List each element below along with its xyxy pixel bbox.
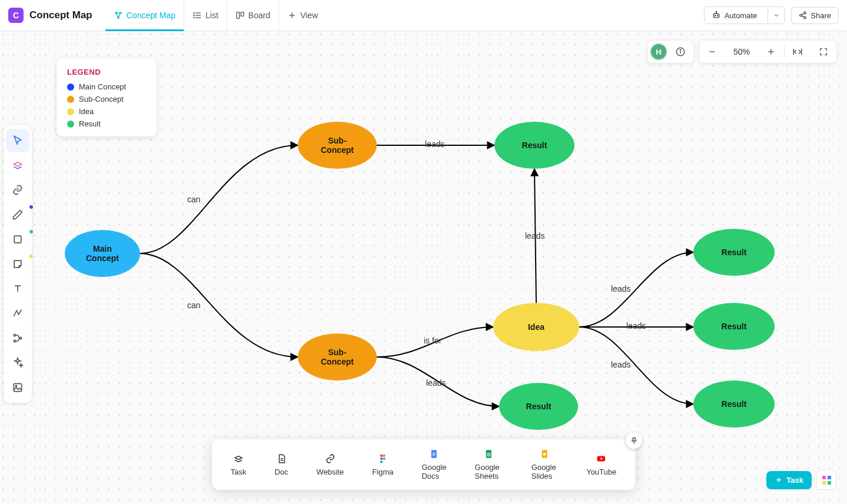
view-tabs: Concept Map List Board View [105, 0, 327, 31]
draw-tool[interactable] [6, 203, 29, 226]
gsheets-icon [484, 449, 494, 459]
svg-point-34 [14, 334, 15, 336]
zoom-in-button[interactable] [758, 41, 784, 63]
svg-point-1 [119, 12, 121, 14]
bottom-label: Google Slides [532, 463, 558, 480]
bottom-item-figma[interactable]: Figma [358, 450, 407, 480]
bottom-label: YouTube [586, 468, 616, 476]
node-result-1[interactable]: Result [494, 122, 574, 169]
automate-button[interactable]: Automate [704, 6, 786, 24]
svg-point-45 [383, 457, 386, 460]
connector-icon [12, 308, 24, 319]
link-icon [325, 453, 336, 464]
edge-label[interactable]: can [186, 301, 202, 310]
task-tool[interactable] [6, 153, 29, 177]
workspace-icon[interactable]: C [8, 8, 24, 23]
bottom-item-youtube[interactable]: YouTube [572, 450, 630, 480]
bottom-item-website[interactable]: Website [303, 450, 358, 480]
concept-map-icon [114, 11, 123, 20]
svg-point-44 [380, 457, 383, 460]
bottom-label: Google Sheets [475, 463, 503, 480]
svg-point-46 [380, 460, 383, 463]
legend-card[interactable]: LEGEND Main Concept Sub-Concept Idea Res… [57, 58, 157, 136]
layers-icon [12, 159, 24, 171]
bottom-item-gdocs[interactable]: Google Docs [407, 445, 460, 484]
bottom-item-gslides[interactable]: Google Slides [517, 445, 572, 484]
doc-icon [276, 453, 287, 464]
node-idea[interactable]: Idea [493, 303, 579, 351]
fit-width-button[interactable] [785, 41, 811, 63]
bottom-item-doc[interactable]: Doc [260, 450, 302, 480]
legend-item: Sub-Concept [67, 95, 146, 104]
svg-line-21 [802, 14, 804, 15]
legend-title: LEGEND [67, 68, 146, 76]
relation-tool[interactable] [6, 326, 29, 350]
tab-label: List [205, 11, 218, 20]
tab-label: Board [248, 11, 270, 20]
node-sub-concept-1[interactable]: Sub- Concept [298, 122, 377, 169]
zoom-value[interactable]: 50% [725, 47, 758, 56]
fit-width-icon [792, 46, 803, 57]
svg-point-19 [800, 14, 802, 16]
gdocs-icon [429, 449, 440, 459]
bottom-label: Figma [372, 468, 393, 476]
zoom-out-button[interactable] [699, 41, 725, 63]
bottom-label: Google Docs [421, 463, 446, 480]
robot-icon [712, 11, 721, 20]
pin-button[interactable] [626, 432, 642, 449]
link-icon [12, 184, 24, 196]
image-icon [12, 382, 24, 393]
edge-label[interactable]: leads [610, 284, 632, 293]
svg-line-22 [802, 16, 804, 17]
plus-icon [775, 476, 783, 484]
svg-rect-37 [14, 383, 21, 391]
left-toolbar [4, 125, 32, 403]
svg-rect-31 [14, 236, 21, 243]
node-result-4[interactable]: Result [693, 303, 775, 350]
image-tool[interactable] [6, 376, 29, 399]
select-tool[interactable] [6, 129, 29, 152]
share-icon [799, 11, 807, 19]
svg-rect-9 [237, 12, 240, 19]
square-icon [12, 233, 24, 245]
edge-label[interactable]: leads [625, 321, 647, 331]
canvas-controls: H 50% [647, 41, 836, 63]
node-result-2[interactable]: Result [499, 383, 578, 430]
share-button[interactable]: Share [791, 7, 839, 24]
fullscreen-button[interactable] [811, 41, 836, 63]
tab-list[interactable]: List [184, 0, 227, 31]
tab-concept-map[interactable]: Concept Map [105, 0, 184, 31]
legend-item: Result [67, 119, 146, 128]
node-result-3[interactable]: Result [693, 229, 775, 276]
edge-label[interactable]: leads [424, 139, 446, 149]
automate-chevron[interactable] [768, 8, 785, 22]
bottom-item-gsheets[interactable]: Google Sheets [461, 445, 517, 484]
whiteboard-canvas[interactable]: H 50% [0, 31, 847, 504]
workspace-title: Concept Map [29, 9, 92, 21]
svg-point-14 [715, 15, 715, 16]
text-icon [12, 283, 24, 295]
ai-tool[interactable] [6, 351, 29, 375]
legend-item: Idea [67, 107, 146, 116]
edge-label[interactable]: is for [423, 336, 443, 345]
edge-label[interactable]: can [186, 195, 202, 204]
new-task-button[interactable]: Task [766, 471, 812, 489]
text-tool[interactable] [6, 277, 29, 301]
sticky-tool[interactable] [6, 252, 29, 276]
node-sub-concept-2[interactable]: Sub- Concept [298, 333, 377, 380]
avatar[interactable]: H [650, 43, 667, 61]
connector-tool[interactable] [6, 302, 29, 325]
shape-tool[interactable] [6, 228, 29, 251]
tab-add-view[interactable]: View [278, 0, 326, 31]
svg-point-15 [717, 15, 718, 16]
edge-label[interactable]: leads [425, 378, 447, 388]
node-result-5[interactable]: Result [693, 380, 775, 428]
apps-button[interactable] [816, 470, 836, 490]
bottom-item-task[interactable]: Task [217, 450, 261, 480]
tab-board[interactable]: Board [227, 0, 278, 31]
info-button[interactable] [667, 41, 693, 63]
edge-label[interactable]: leads [610, 360, 632, 369]
node-main-concept[interactable]: Main Concept [65, 230, 140, 277]
link-tool[interactable] [6, 178, 29, 202]
edge-label[interactable]: leads [524, 231, 546, 241]
